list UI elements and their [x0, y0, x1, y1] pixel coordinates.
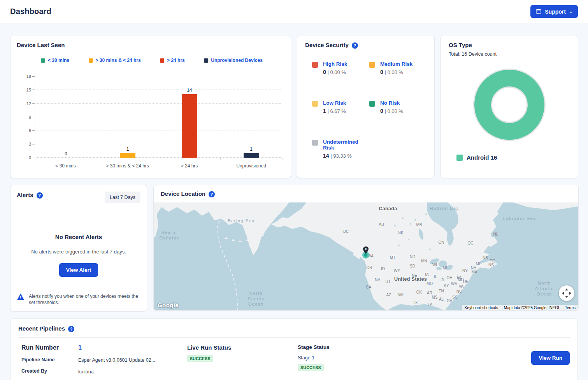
- warning-triangle-icon: [17, 293, 25, 306]
- support-button[interactable]: Support ⌄: [530, 5, 578, 18]
- chevron-down-icon: ⌄: [569, 9, 573, 14]
- x-axis-label: Unprovisioned: [220, 163, 282, 169]
- legend-item[interactable]: > 30 mins & < 24 hrs: [89, 58, 141, 63]
- risk-swatch: [369, 62, 375, 68]
- risk-text: Medium Risk0 | 0.00 %: [380, 61, 412, 75]
- run-number-label: Run Number: [21, 344, 78, 351]
- map-region-label: AZ: [386, 293, 391, 298]
- map-region-label: NS: [488, 263, 494, 268]
- os-type-subtitle: Total: 16 Device count: [449, 51, 570, 57]
- live-run-status-label: Live Run Status: [187, 344, 298, 351]
- device-location-title: Device Location: [161, 190, 205, 197]
- os-type-donut-chart[interactable]: [473, 69, 546, 141]
- device-security-card: Device Security? High Risk0 | 0.00 %Medi…: [297, 35, 435, 178]
- y-axis-tick: 18: [26, 74, 35, 79]
- map-water-label: Hudson Bay: [430, 206, 459, 211]
- risk-value: 0 | 0.00 %: [380, 108, 403, 114]
- map-region-label: IA: [425, 273, 428, 278]
- map-region-label: ID: [381, 267, 385, 272]
- run-number-value[interactable]: 1: [78, 344, 187, 351]
- map-water-label: NorthPacificOcean: [248, 291, 265, 307]
- map-region-label: MN: [421, 259, 427, 264]
- map-region-label: UT: [385, 280, 390, 285]
- x-axis-label: < 30 mins: [35, 163, 97, 169]
- help-icon[interactable]: ?: [352, 42, 358, 49]
- bar-chart-y-axis: 0369121518: [22, 76, 35, 158]
- x-axis-label: > 30 mins & < 24 hrs: [97, 163, 158, 169]
- map-region-label: ME: [476, 262, 482, 267]
- bar[interactable]: [244, 153, 259, 158]
- map-region-label: MB: [416, 223, 422, 228]
- top-bar: Dashboard Support ⌄: [0, 0, 588, 23]
- os-legend-swatch: [456, 155, 463, 161]
- x-axis-tick: [35, 158, 35, 160]
- device-last-seen-chart: 0369121518 01141: [22, 76, 282, 158]
- view-run-button[interactable]: View Run: [531, 351, 570, 365]
- help-icon[interactable]: ?: [37, 192, 43, 199]
- security-risk-item: Medium Risk0 | 0.00 %: [369, 61, 427, 75]
- device-last-seen-card: Device Last Seen < 30 mins> 30 mins & < …: [10, 35, 291, 178]
- map-region-label: ON: [439, 240, 444, 245]
- keyboard-shortcuts-link[interactable]: Keyboard shortcuts: [462, 305, 501, 311]
- risk-label[interactable]: No Risk: [380, 100, 403, 106]
- map-region-label: WY: [394, 269, 400, 274]
- terms-link[interactable]: Terms: [562, 305, 578, 311]
- security-risk-item: No Risk0 | 0.00 %: [369, 100, 427, 114]
- legend-swatch: [41, 58, 45, 63]
- google-logo: Google: [158, 302, 179, 308]
- google-map[interactable]: CanadaUnited StatesBCABSKMBONQCNLNBPENSM…: [154, 202, 578, 311]
- security-risk-item: Low Risk1 | 6.67 %: [312, 100, 369, 114]
- map-region-label: IL: [434, 274, 437, 280]
- risk-label[interactable]: Undetermined Risk: [323, 139, 369, 151]
- os-legend-label: Android: [467, 154, 489, 161]
- bar-group: 0: [35, 76, 97, 158]
- bar-group: 1: [97, 76, 159, 158]
- risk-label[interactable]: Medium Risk: [380, 61, 412, 67]
- help-icon[interactable]: ?: [68, 326, 74, 332]
- risk-text: Undetermined Risk14 | 93.33 %: [323, 139, 369, 159]
- bar-value-label: 0: [65, 151, 67, 157]
- map-region-label: NE: [412, 273, 417, 278]
- map-region-label: OK: [416, 290, 422, 295]
- stage-name: Stage 1: [298, 355, 469, 361]
- map-region-label: ND: [410, 255, 415, 260]
- pipeline-row: Run Number Pipeline Name Created By 1 Es…: [18, 344, 570, 375]
- help-icon[interactable]: ?: [209, 191, 215, 197]
- risk-label[interactable]: High Risk: [323, 61, 347, 67]
- dashboard-main: Device Last Seen < 30 mins> 30 mins & < …: [0, 23, 588, 380]
- y-axis-tick: 6: [29, 128, 35, 133]
- bars-container: 01141: [35, 76, 282, 158]
- alerts-card: Alerts? Last 7 Days No Recent Alerts No …: [10, 185, 147, 311]
- bar[interactable]: [120, 153, 135, 158]
- bar-group: 14: [159, 76, 221, 158]
- device-location-card: Device Location?: [153, 185, 579, 311]
- y-axis-tick: 12: [26, 101, 35, 106]
- map-region-label: NV: [375, 278, 380, 283]
- bar-value-label: 1: [126, 146, 129, 152]
- bar-group: 1: [220, 76, 282, 158]
- map-region-label: BC: [343, 229, 349, 234]
- device-location-pin[interactable]: [361, 246, 371, 260]
- legend-label: < 30 mins: [48, 58, 69, 63]
- legend-item[interactable]: Unprovisioned Devices: [204, 58, 263, 63]
- risk-label[interactable]: Low Risk: [323, 100, 346, 106]
- map-pan-control[interactable]: [559, 285, 574, 301]
- y-axis-tick: 9: [29, 115, 35, 120]
- legend-item[interactable]: < 30 mins: [41, 58, 69, 63]
- map-region-label: LA: [428, 303, 432, 308]
- bar-value-label: 1: [250, 146, 253, 152]
- alerts-title: Alerts: [17, 192, 33, 198]
- map-region-label: OR: [367, 266, 372, 271]
- risk-value: 1 | 6.67 %: [323, 108, 346, 114]
- alerts-range-button[interactable]: Last 7 Days: [105, 192, 140, 203]
- device-last-seen-title: Device Last Seen: [17, 42, 284, 48]
- map-data-attribution: Map data ©2025 Google, INEGI: [501, 305, 562, 311]
- view-alert-button[interactable]: View Alert: [59, 263, 98, 277]
- legend-swatch: [89, 58, 93, 63]
- bar-chart-x-axis: < 30 mins> 30 mins & < 24 hrs> 24 hrsUnp…: [35, 163, 282, 169]
- legend-item[interactable]: > 24 hrs: [160, 58, 185, 63]
- risk-swatch: [312, 62, 318, 68]
- map-region-label: TX: [413, 301, 418, 306]
- bar[interactable]: [182, 94, 197, 158]
- map-region-label: WI: [432, 263, 437, 268]
